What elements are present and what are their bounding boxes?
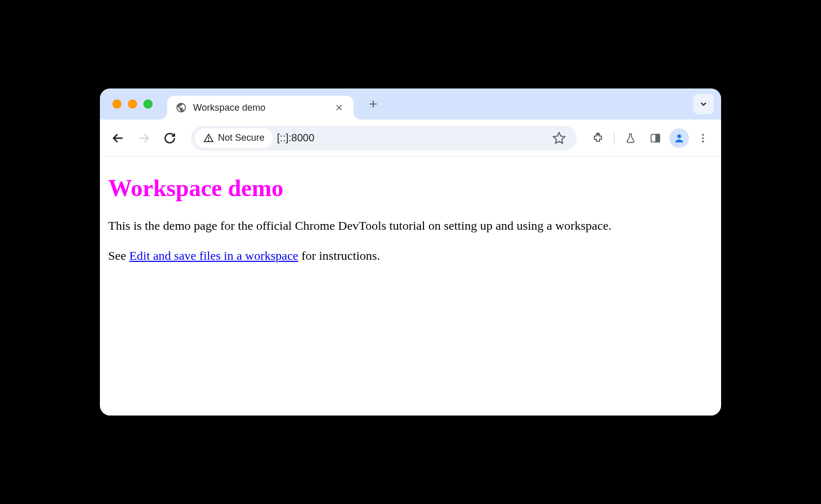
menu-button[interactable] (692, 127, 714, 149)
security-indicator[interactable]: Not Secure (195, 128, 273, 148)
paragraph-suffix: for instructions. (298, 249, 380, 262)
window-controls (112, 99, 153, 109)
paragraph-prefix: See (108, 249, 129, 262)
forward-button[interactable] (133, 127, 155, 149)
url-text: [::]:8000 (277, 132, 545, 144)
extensions-button[interactable] (587, 127, 609, 149)
window-maximize-button[interactable] (143, 99, 153, 109)
back-button[interactable] (107, 127, 129, 149)
page-content: Workspace demo This is the demo page for… (100, 157, 721, 416)
tab-title: Workspace demo (193, 102, 327, 113)
svg-rect-11 (656, 134, 659, 142)
svg-point-12 (677, 134, 681, 138)
reload-button[interactable] (159, 127, 181, 149)
instructions-link[interactable]: Edit and save files in a workspace (129, 249, 299, 262)
window-close-button[interactable] (112, 99, 122, 109)
new-tab-button[interactable] (364, 95, 383, 113)
window-minimize-button[interactable] (128, 99, 137, 109)
browser-tab[interactable]: Workspace demo (167, 96, 354, 120)
side-panel-button[interactable] (644, 127, 666, 149)
toolbar-divider (614, 132, 614, 144)
intro-paragraph: This is the demo page for the official C… (108, 217, 713, 234)
tab-search-button[interactable] (693, 94, 714, 114)
tab-bar: Workspace demo (100, 88, 721, 120)
svg-point-14 (702, 137, 704, 139)
instructions-paragraph: See Edit and save files in a workspace f… (108, 247, 713, 264)
svg-point-15 (702, 140, 704, 142)
bookmark-button[interactable] (549, 128, 569, 149)
security-label: Not Secure (218, 132, 265, 143)
address-bar[interactable]: Not Secure [::]:8000 (191, 126, 577, 151)
toolbar-right (587, 127, 714, 149)
profile-button[interactable] (669, 128, 689, 148)
tab-bar-actions (693, 94, 714, 114)
page-heading: Workspace demo (108, 174, 713, 202)
tab-close-button[interactable] (333, 101, 345, 114)
toolbar: Not Secure [::]:8000 (100, 120, 721, 157)
labs-button[interactable] (620, 127, 641, 149)
browser-window: Workspace demo (100, 88, 721, 416)
globe-icon (175, 102, 187, 113)
svg-point-13 (702, 134, 704, 136)
warning-icon (203, 133, 214, 143)
svg-marker-8 (553, 132, 565, 143)
svg-point-7 (209, 140, 209, 140)
